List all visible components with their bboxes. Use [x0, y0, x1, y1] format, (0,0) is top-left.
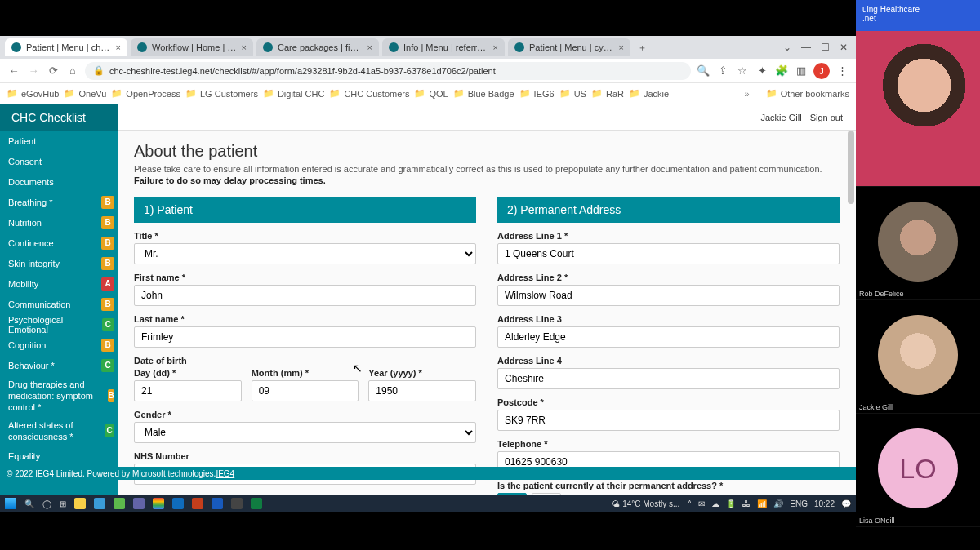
- bookmark-item[interactable]: 📁Blue Badge: [453, 88, 514, 99]
- sidebar-item[interactable]: Patient: [0, 131, 118, 151]
- other-bookmarks[interactable]: 📁Other bookmarks: [766, 88, 849, 99]
- sidebar-item[interactable]: MobilityA: [0, 273, 118, 294]
- video-tile[interactable]: LO Lisa ONeill: [856, 414, 980, 527]
- sidebar-item[interactable]: Skin integrityB: [0, 253, 118, 273]
- excel-icon[interactable]: [251, 498, 262, 509]
- browser-tab[interactable]: Workflow | Home | Case c ×: [131, 38, 253, 56]
- lastname-input[interactable]: [134, 326, 476, 348]
- bookmark-item[interactable]: 📁QOL: [414, 88, 448, 99]
- bookmarks-overflow[interactable]: »: [745, 89, 750, 99]
- word-icon[interactable]: [212, 498, 223, 509]
- taskview-icon[interactable]: ⊞: [60, 499, 66, 508]
- tray-chevron-icon[interactable]: ˄: [688, 499, 692, 508]
- address-bar[interactable]: 🔒 chc-cheshire-test.ieg4.net/checklist/#…: [85, 62, 691, 80]
- addr1-input[interactable]: [497, 243, 840, 264]
- addr2-input[interactable]: [497, 285, 840, 306]
- sidebar-item[interactable]: ContinenceB: [0, 233, 118, 253]
- minimize-icon[interactable]: —: [801, 42, 811, 53]
- video-tile[interactable]: Rob DeFelice: [856, 187, 980, 300]
- app-icon[interactable]: [94, 498, 105, 509]
- zoom-icon[interactable]: 🔍: [696, 64, 710, 77]
- search-icon[interactable]: 🔍: [24, 499, 34, 508]
- addr4-input[interactable]: [497, 368, 840, 389]
- mail-icon[interactable]: ✉: [698, 499, 705, 508]
- close-tab-icon[interactable]: ×: [242, 42, 247, 52]
- bookmark-item[interactable]: 📁CHC Customers: [329, 88, 409, 99]
- title-select[interactable]: Mr.: [134, 243, 476, 264]
- network-icon[interactable]: 🖧: [742, 499, 751, 508]
- menu-icon[interactable]: ⋮: [835, 64, 849, 77]
- forward-icon[interactable]: →: [26, 64, 41, 77]
- explorer-icon[interactable]: [74, 498, 86, 509]
- browser-tab[interactable]: Patient | Menu | checklist ×: [5, 38, 127, 56]
- notifications-icon[interactable]: 💬: [841, 499, 851, 508]
- close-tab-icon[interactable]: ×: [116, 42, 121, 52]
- sidebar-item[interactable]: Breathing *B: [0, 192, 118, 212]
- language-indicator[interactable]: ENG: [790, 499, 808, 508]
- new-tab-button[interactable]: ＋: [634, 42, 650, 54]
- sidebar-item[interactable]: Consent: [0, 151, 118, 171]
- maximize-icon[interactable]: ☐: [821, 42, 830, 53]
- star-icon[interactable]: ☆: [735, 64, 750, 77]
- bookmark-item[interactable]: 📁Digital CHC: [263, 88, 324, 99]
- bookmark-item[interactable]: 📁RaR: [591, 88, 624, 99]
- powerpoint-icon[interactable]: [192, 498, 203, 509]
- dob-dd-input[interactable]: [134, 380, 242, 401]
- close-tab-icon[interactable]: ×: [619, 42, 624, 52]
- cortana-icon[interactable]: ◯: [42, 499, 51, 508]
- ext-icon[interactable]: ✦: [755, 64, 769, 77]
- sidebar-item[interactable]: Behaviour *C: [0, 355, 118, 375]
- share-icon[interactable]: ⇪: [715, 64, 730, 77]
- app-icon[interactable]: [114, 498, 125, 509]
- footer-link[interactable]: IEG4: [216, 469, 234, 478]
- profile-avatar[interactable]: J: [813, 63, 830, 79]
- app-icon[interactable]: [231, 498, 243, 509]
- gender-select[interactable]: Male: [134, 422, 476, 443]
- close-tab-icon[interactable]: ×: [493, 42, 498, 52]
- scrollbar-thumb[interactable]: [848, 131, 854, 204]
- teams-icon[interactable]: [133, 498, 145, 509]
- dob-yy-input[interactable]: [368, 380, 476, 401]
- battery-icon[interactable]: 🔋: [726, 499, 736, 508]
- video-tile-presenter[interactable]: [856, 31, 980, 187]
- browser-tab[interactable]: Care packages | finance | ×: [256, 38, 379, 56]
- bookmark-item[interactable]: 📁LG Customers: [185, 88, 258, 99]
- dob-mm-input[interactable]: [252, 380, 359, 401]
- reload-icon[interactable]: ⟳: [46, 64, 60, 77]
- close-window-icon[interactable]: ✕: [840, 42, 848, 53]
- cloud-icon[interactable]: ☁: [711, 499, 719, 508]
- sidebar-item[interactable]: NutritionB: [0, 212, 118, 233]
- back-icon[interactable]: ←: [7, 64, 21, 77]
- sidebar-item[interactable]: Altered states of consciousness *C: [0, 416, 118, 446]
- sidebar-item[interactable]: CommunicationB: [0, 294, 118, 314]
- sidebar-item[interactable]: Psychological EmotionalC: [0, 314, 118, 335]
- outlook-icon[interactable]: [172, 498, 184, 509]
- sidebar-item[interactable]: CognitionB: [0, 335, 118, 355]
- bookmark-item[interactable]: 📁eGovHub: [7, 88, 59, 99]
- sidebar-item[interactable]: Equality: [0, 446, 118, 466]
- volume-icon[interactable]: 🔊: [773, 499, 783, 508]
- bookmark-item[interactable]: 📁IEG6: [519, 88, 555, 99]
- sidebar-item[interactable]: Drug therapies and medication: symptom c…: [0, 375, 118, 416]
- bookmark-item[interactable]: 📁US: [559, 88, 586, 99]
- bookmark-item[interactable]: 📁OpenProcess: [111, 88, 180, 99]
- clock[interactable]: 10:22: [814, 499, 835, 508]
- firstname-input[interactable]: [134, 285, 476, 306]
- home-icon[interactable]: ⌂: [65, 64, 80, 77]
- postcode-input[interactable]: [497, 410, 840, 431]
- start-button[interactable]: [5, 498, 16, 509]
- bookmark-item[interactable]: 📁Jackie: [629, 88, 669, 99]
- panel-icon[interactable]: ▥: [794, 64, 808, 77]
- browser-tab[interactable]: Patient | Menu | cyp-chec ×: [508, 38, 630, 56]
- chevron-down-icon[interactable]: ⌄: [783, 42, 791, 53]
- sign-out-link[interactable]: Sign out: [810, 113, 843, 122]
- video-tile[interactable]: Jackie Gill: [856, 300, 980, 414]
- sidebar-item[interactable]: Documents: [0, 171, 118, 192]
- weather-widget[interactable]: 🌤 14°C Mostly s...: [612, 499, 679, 508]
- wifi-icon[interactable]: 📶: [757, 499, 767, 508]
- close-tab-icon[interactable]: ×: [368, 42, 372, 52]
- addr3-input[interactable]: [497, 326, 840, 348]
- extensions-icon[interactable]: 🧩: [774, 64, 789, 77]
- chrome-icon[interactable]: [153, 498, 164, 509]
- browser-tab[interactable]: Info | Menu | referral | S1 ×: [382, 38, 505, 56]
